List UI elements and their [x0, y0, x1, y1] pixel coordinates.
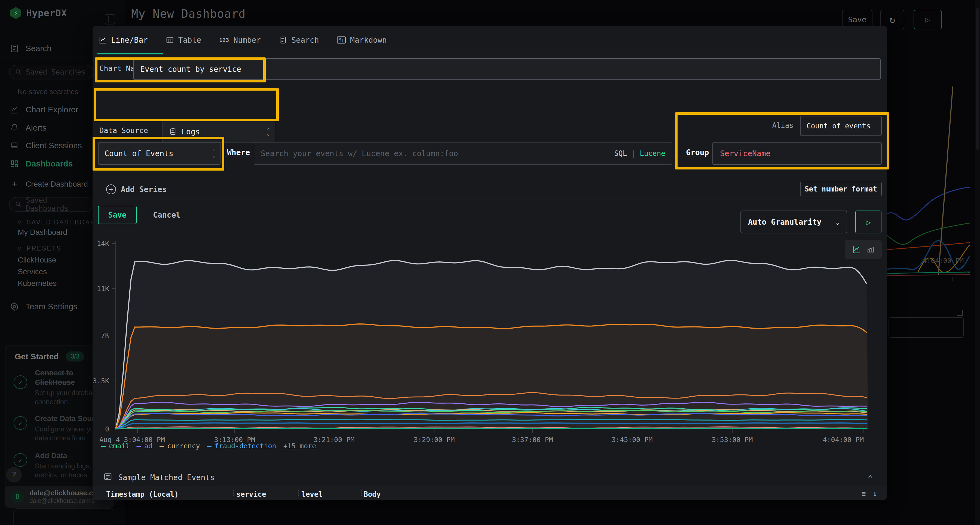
- collapse-section-icon[interactable]: ⌃: [868, 473, 873, 483]
- set-number-format-button[interactable]: Set number format: [800, 182, 882, 197]
- svg-text:3:21:00 PM: 3:21:00 PM: [313, 436, 355, 443]
- svg-text:3:37:00 PM: 3:37:00 PM: [512, 436, 553, 443]
- chart-type-tabs: Line/Bar Table 123 Number Search M↓ Ma: [92, 26, 887, 54]
- run-query-button[interactable]: ▷: [855, 211, 881, 233]
- column-header-level[interactable]: level: [301, 490, 323, 498]
- play-icon: ▷: [866, 217, 871, 227]
- tab-markdown[interactable]: M↓ Markdown: [337, 36, 387, 44]
- number-123-icon: 123: [219, 37, 229, 43]
- legend-swatch: —: [159, 442, 164, 450]
- database-icon: [169, 128, 177, 135]
- svg-text:11K: 11K: [97, 285, 109, 293]
- chart-legend: — email — ad — currency — fraud-detectio…: [101, 442, 316, 450]
- sample-matched-events-header[interactable]: Sample Matched Events: [103, 472, 215, 483]
- cancel-label: Cancel: [153, 211, 180, 219]
- highlight-box-group-by: [675, 113, 889, 170]
- divider: [99, 465, 881, 465]
- sql-option[interactable]: SQL: [614, 149, 627, 157]
- column-header-timestamp[interactable]: Timestamp (Local): [106, 490, 178, 498]
- tab-label: Line/Bar: [111, 36, 148, 44]
- granularity-value: Auto Granularity: [748, 217, 822, 227]
- hyperdx-app: ⚡ HyperDX Search Saved Searches No saved…: [0, 0, 980, 525]
- legend-item[interactable]: email: [109, 442, 129, 450]
- cancel-button[interactable]: Cancel: [153, 211, 180, 219]
- timeseries-chart[interactable]: 14K11K7K3.5K0Aug 4 3:04:00 PM3:13:00 PM3…: [92, 236, 887, 443]
- column-header-body[interactable]: Body: [364, 490, 381, 498]
- svg-text:4:04:00 PM: 4:04:00 PM: [822, 436, 864, 443]
- legend-more-link[interactable]: +15 more: [283, 442, 316, 450]
- legend-item[interactable]: currency: [167, 442, 200, 450]
- column-separator[interactable]: ⋮: [230, 489, 237, 497]
- where-label: Where: [227, 148, 250, 157]
- highlight-box-chart-name: [95, 57, 266, 82]
- tab-line-bar[interactable]: Line/Bar: [99, 36, 148, 44]
- tab-label: Number: [233, 36, 261, 44]
- query-language-toggle[interactable]: SQL | Lucene: [614, 149, 665, 157]
- legend-swatch: —: [137, 442, 141, 450]
- tab-number[interactable]: 123 Number: [219, 36, 261, 44]
- svg-text:0: 0: [105, 425, 109, 433]
- sample-events-title: Sample Matched Events: [118, 473, 215, 482]
- table-icon: [166, 36, 174, 44]
- events-table-header: Timestamp (Local) ⋮ service ⋮ level ⋮ Bo…: [92, 486, 887, 500]
- tab-label: Search: [291, 36, 319, 44]
- highlight-box-aggregation: [92, 137, 224, 171]
- line-chart-icon: [99, 36, 107, 44]
- legend-item[interactable]: ad: [144, 442, 153, 450]
- download-icon[interactable]: ↓: [873, 490, 877, 498]
- tab-label: Markdown: [350, 36, 387, 44]
- select-chevrons-icon: ⌃⌄: [267, 128, 270, 136]
- save-button[interactable]: Save: [98, 206, 137, 224]
- tab-search[interactable]: Search: [279, 36, 319, 44]
- granularity-select[interactable]: Auto Granularity ⌄: [740, 211, 847, 233]
- legend-swatch: —: [207, 442, 212, 450]
- chevron-down-icon: ⌄: [836, 218, 840, 226]
- set-number-format-label: Set number format: [805, 185, 877, 193]
- add-series-button[interactable]: + Add Series: [106, 184, 167, 194]
- column-header-service[interactable]: service: [236, 490, 266, 498]
- plus-circle-icon: +: [106, 184, 116, 194]
- list-icon: [103, 472, 112, 483]
- active-tab-underline: [97, 53, 163, 54]
- lucene-option[interactable]: Lucene: [640, 149, 665, 157]
- svg-text:3.5K: 3.5K: [93, 377, 109, 385]
- add-series-label: Add Series: [121, 185, 167, 194]
- legend-item[interactable]: fraud-detection: [215, 442, 276, 450]
- tab-label: Table: [178, 36, 201, 44]
- legend-swatch: —: [101, 442, 106, 450]
- where-search-input[interactable]: Search your events w/ Lucene ex. column:…: [254, 142, 672, 165]
- data-source-value: Logs: [181, 127, 200, 136]
- data-source-label: Data Source: [99, 126, 148, 135]
- svg-text:14K: 14K: [97, 240, 109, 247]
- document-icon: [279, 36, 287, 44]
- where-placeholder: Search your events w/ Lucene ex. column:…: [261, 149, 614, 158]
- svg-text:7K: 7K: [101, 331, 109, 339]
- highlight-box-data-source: [94, 88, 279, 121]
- svg-text:3:45:00 PM: 3:45:00 PM: [612, 436, 653, 443]
- svg-text:3:29:00 PM: 3:29:00 PM: [414, 436, 455, 443]
- tab-table[interactable]: Table: [166, 36, 201, 44]
- sort-icon[interactable]: ≡: [862, 490, 866, 498]
- save-label: Save: [108, 211, 126, 219]
- markdown-icon: M↓: [337, 36, 346, 43]
- svg-text:3:53:00 PM: 3:53:00 PM: [712, 436, 753, 443]
- column-separator[interactable]: ⋮: [295, 489, 302, 497]
